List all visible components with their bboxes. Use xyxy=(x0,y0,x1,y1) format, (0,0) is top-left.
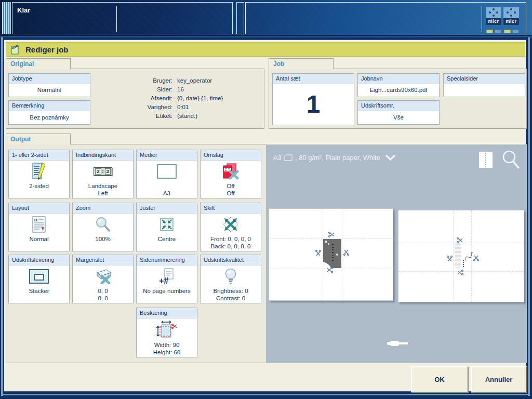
output-section: 1- eller 2-sidet 2-sided xyxy=(6,144,527,363)
plug-icon xyxy=(387,340,409,349)
print-quality-tile[interactable]: Udskriftskvalitet Brightness: 0Contrast:… xyxy=(200,255,261,303)
ok-button[interactable]: OK xyxy=(411,366,468,392)
media-page-icon xyxy=(284,154,292,161)
align-tile[interactable]: Juster Centre xyxy=(136,203,197,251)
tab-original[interactable]: Original xyxy=(6,58,71,69)
align-label: Juster xyxy=(137,203,197,214)
copies-value: 1 xyxy=(307,84,321,124)
original-section: Jobtype Normální Bemærkning Bez poznámky… xyxy=(6,69,264,129)
special-pages-label: Specialsider xyxy=(444,74,525,84)
dialog-title-bar: Rediger job xyxy=(6,42,525,57)
blue-led xyxy=(512,30,519,33)
card-front-artwork xyxy=(323,239,341,268)
layout-tile[interactable]: Layout B Normal xyxy=(8,203,70,251)
special-pages-tile[interactable]: Specialsider xyxy=(443,73,525,97)
jobname-tile[interactable]: Jobnavn Eigh...cards90x60.pdf xyxy=(357,73,440,97)
jobname-label: Jobnavn xyxy=(358,74,439,84)
scissors-icon xyxy=(457,270,463,275)
micr-engine-1[interactable]: micr xyxy=(486,7,501,33)
margin-erase-label: Margenslet xyxy=(73,255,133,265)
remark-value: Bez poznámky xyxy=(30,114,69,121)
preview-panel: A3 , 80 g/m², Plain paper, White xyxy=(266,145,527,363)
two-sided-icon xyxy=(31,161,47,182)
booklet-view-icon[interactable] xyxy=(479,152,493,168)
delivery-label: Udskriftslevering xyxy=(9,255,69,265)
cancel-button[interactable]: Annuller xyxy=(471,366,527,392)
trim-tile[interactable]: Beskæring xyxy=(136,308,197,357)
shift-arrows-icon xyxy=(222,214,240,235)
scissors-icon xyxy=(315,250,321,257)
covers-label: Omslag xyxy=(201,150,261,161)
magnifier-icon xyxy=(95,214,111,235)
trim-label: Beskæring xyxy=(137,308,197,318)
delivery-tile[interactable]: Udskriftslevering Stacker xyxy=(8,255,70,303)
job-info-block: Bruger: key_operator Sider: 16 Afsendt: … xyxy=(123,76,263,121)
print-range-label: Udskriftsomr. xyxy=(358,101,439,111)
stacker-icon xyxy=(29,265,49,287)
scissors-icon xyxy=(457,237,463,243)
media-label: Medier xyxy=(137,150,197,161)
layout-normal-icon: B xyxy=(32,214,46,235)
eraser-icon xyxy=(93,265,113,287)
shift-tile[interactable]: Skift Front: 0, 0, 0, 0Back: 0, 0, 0, 0 xyxy=(200,203,261,251)
sides-tile[interactable]: 1- eller 2-sidet 2-sided xyxy=(8,150,70,198)
info-row-duration: Varighed: 0:01 xyxy=(123,103,263,112)
edit-job-dialog: Rediger job Original Jobtype Normální Be… xyxy=(4,39,526,392)
print-quality-label: Udskriftskvalitet xyxy=(201,255,261,265)
stripes-decoration xyxy=(2,2,11,34)
tab-job[interactable]: Job xyxy=(269,58,334,69)
covers-off-icon xyxy=(222,161,240,182)
remark-tile[interactable]: Bemærkning Bez poznámky xyxy=(8,100,90,125)
media-icon xyxy=(156,161,177,182)
print-range-tile[interactable]: Udskriftsomr. Vše xyxy=(357,100,440,125)
tab-output[interactable]: Output xyxy=(6,134,71,144)
frame-accent-bottom xyxy=(1,394,530,395)
remark-label: Bemærkning xyxy=(9,101,90,111)
layout-label: Layout xyxy=(9,203,69,214)
job-section: Antal sæt 1 Jobnavn Eigh...cards90x60.pd… xyxy=(269,69,527,129)
zoom-tile[interactable]: Zoom 100% xyxy=(72,203,134,251)
preview-page-back xyxy=(398,210,524,302)
binding-edge-tile[interactable]: Indbindingskant 2 ↕ 3 LandscapeLeft xyxy=(72,150,134,198)
copies-tile[interactable]: Antal sæt 1 xyxy=(272,73,354,125)
binding-edge-icon: 2 ↕ 3 xyxy=(94,161,112,182)
shift-label: Skift xyxy=(201,203,261,214)
info-row-sent: Afsendt: {0, date} {1, time} xyxy=(123,94,263,103)
micr-status-leds xyxy=(503,30,519,33)
micr-dots-icon xyxy=(503,7,519,18)
margin-erase-tile[interactable]: Margenslet 0, 00, 0 xyxy=(72,255,134,303)
status-panel-small xyxy=(236,2,244,34)
chevron-down-icon xyxy=(385,154,396,161)
align-centre-icon xyxy=(160,214,174,235)
frame-highlight xyxy=(0,36,532,37)
printer-status-text: Klar xyxy=(17,6,30,14)
status-panel-divider-2 xyxy=(482,6,482,32)
preview-zoom-icon[interactable] xyxy=(501,149,522,171)
svg-text:+#: +# xyxy=(159,276,168,285)
preview-page-front xyxy=(269,208,393,301)
frame-accent-right xyxy=(528,37,530,396)
page-numbering-tile[interactable]: Sidenummerering +# No page numbers xyxy=(136,255,197,303)
zoom-label: Zoom xyxy=(73,203,133,214)
status-bar: Klar micr micr xyxy=(0,0,532,36)
print-range-value: Vše xyxy=(393,114,404,121)
scissors-icon xyxy=(343,249,349,256)
card-back-artwork xyxy=(455,243,461,269)
blue-led xyxy=(495,30,501,33)
micr-engine-2[interactable]: micr xyxy=(503,7,519,33)
media-details: , 80 g/m², Plain paper, White xyxy=(295,154,380,162)
page-numbering-label: Sidenummerering xyxy=(137,255,197,265)
copies-label: Antal sæt xyxy=(273,74,354,84)
status-panel-left: Klar xyxy=(12,2,233,34)
covers-tile[interactable]: Omslag OffOff xyxy=(200,150,261,198)
lightbulb-icon xyxy=(224,265,237,287)
edit-job-icon xyxy=(10,44,20,55)
media-name: A3 xyxy=(273,154,282,162)
media-tile[interactable]: Medier A3 xyxy=(136,150,197,198)
media-selector[interactable]: A3 , 80 g/m², Plain paper, White xyxy=(273,154,396,162)
sides-label: 1- eller 2-sidet xyxy=(9,150,69,161)
jobtype-tile[interactable]: Jobtype Normální xyxy=(8,73,90,97)
info-row-pages: Sider: 16 xyxy=(123,85,263,94)
dialog-title: Rediger job xyxy=(25,45,69,54)
info-row-user: Bruger: key_operator xyxy=(123,76,263,85)
